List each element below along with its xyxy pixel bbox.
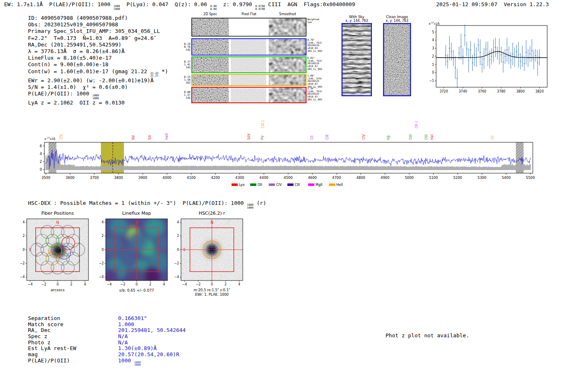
y-tick-label: 4 bbox=[40, 152, 42, 156]
spec2d-panel: 2D SpecPixel FlatSmoothed WeightedSum0.1… bbox=[183, 12, 331, 103]
table-row-label: Separation bbox=[28, 315, 118, 321]
cutout-title: Lineflux Map bbox=[122, 211, 151, 216]
strip-2dspec bbox=[192, 39, 229, 55]
emission-label: OII { bbox=[415, 121, 418, 128]
cutout-title: HSC(26.2) r bbox=[199, 211, 225, 216]
strip-pixelflat bbox=[231, 57, 266, 73]
x-tick-label: 4400 bbox=[260, 176, 269, 180]
strip-2dspec bbox=[192, 18, 229, 36]
y-tick-label: −4 bbox=[174, 275, 179, 279]
x-tick-label: 5200 bbox=[453, 176, 462, 180]
spec2d-row-right-labels: 0.79"(144, 763)20230125v019_03305_LL_083 bbox=[307, 38, 328, 53]
spec2d-row-strips bbox=[191, 18, 307, 37]
spec2d-row-left-labels: 0.190.76142 bbox=[183, 43, 191, 51]
info-line: Cont(w) = 1.60(±0.01)e-17 (gmag 21.22 21… bbox=[28, 68, 168, 77]
spec2d-column-header: Pixel Flat bbox=[242, 12, 256, 16]
clean-subtitle: x, y: 144, 763 bbox=[383, 19, 411, 23]
y-tick-label: 0 bbox=[177, 248, 179, 252]
cutout-image bbox=[181, 219, 243, 281]
info-line: LineFlux = 8.10(±5.40)e-17 bbox=[28, 55, 168, 61]
table-row: mag20.57(20.54,20.60)R bbox=[28, 351, 186, 357]
x-tick-label: −2 bbox=[42, 283, 46, 286]
emission-label: CII bbox=[491, 136, 495, 140]
x-tick-label: 3700 bbox=[90, 176, 99, 180]
x-tick-label: 0 bbox=[211, 283, 213, 286]
withsky-image bbox=[341, 23, 372, 97]
legend-swatch bbox=[287, 183, 293, 186]
y-tick-label: 0 bbox=[102, 248, 104, 252]
withsky-subtitle: x, y: 144, 763 bbox=[341, 19, 372, 23]
x-tick-label: 4000 bbox=[163, 176, 172, 180]
spec2d-row-strips bbox=[191, 87, 307, 103]
table-row-value: 20.57(20.54,20.60)R bbox=[118, 351, 179, 357]
y-tick-label: 2 bbox=[23, 234, 25, 238]
legend-swatch bbox=[250, 183, 256, 186]
x-tick-label: −2 bbox=[196, 283, 201, 286]
spec2d-row-left-labels: 0.171.41143 bbox=[183, 60, 191, 69]
stacked-fraction: 10001000 bbox=[247, 204, 253, 209]
strip-2dspec bbox=[192, 57, 229, 73]
spec2d-row: WeightedSum bbox=[183, 18, 331, 37]
line-fit-plot: 372037403760378038003820−1012345e-17x2Å bbox=[426, 20, 550, 99]
table-row-label: Spec z bbox=[28, 333, 118, 339]
stacked-fraction: 10001000 bbox=[134, 361, 141, 366]
table-row: Photo zN/A bbox=[28, 339, 186, 346]
table-row: RA, Dec201.259481, 50.542644 bbox=[28, 327, 186, 333]
x-tick-label: 2 bbox=[149, 283, 151, 286]
strip-2dspec bbox=[192, 87, 229, 103]
emission-label: SiIV bbox=[247, 133, 251, 140]
x-tick-label: 5300 bbox=[478, 176, 487, 180]
emission-label: Hγ bbox=[260, 135, 264, 140]
x-tick-label: 3820 bbox=[535, 90, 543, 93]
emission-line-labels: CIVNVSiIIHeIISiIVHγCIII {CIICIIICIVHβOII… bbox=[60, 120, 495, 140]
spec2d-row-strips bbox=[191, 38, 307, 56]
legend-swatch bbox=[329, 183, 335, 186]
emission-label: OIII bbox=[409, 135, 413, 140]
clean-stamp: Clean Image x, y: 144, 763 bbox=[383, 15, 411, 99]
emission-label: CIII { bbox=[261, 120, 265, 128]
x-axis: 3500360037003800390040004100420043004400… bbox=[42, 173, 535, 180]
x-tick-label: 3800 bbox=[114, 176, 123, 180]
y-tick-label: −2 bbox=[20, 262, 25, 265]
table-row-value: 201.259481, 50.542644 bbox=[118, 327, 186, 333]
y-tick-label: 2 bbox=[432, 55, 434, 58]
table-row-label: Photo z bbox=[28, 339, 118, 346]
info-line: Primary Spec_Slot_IFU_AMP: 305_034_056_L… bbox=[28, 28, 168, 35]
table-row-value: N/A bbox=[118, 339, 128, 346]
strip-2dspec bbox=[192, 74, 229, 86]
header-datetime-version: 2025-01-12 09:59:07 Version 1.22.3 bbox=[436, 1, 549, 10]
strip-pixelflat bbox=[231, 39, 266, 55]
emission-label: SiII bbox=[148, 135, 152, 140]
y-axis: −1012345 bbox=[429, 30, 436, 83]
table-row-value: 0.166301" bbox=[118, 315, 147, 321]
spec2d-row: 0.151.541621.00"(145, 579)20230125v019_0… bbox=[183, 74, 331, 86]
y-tick-label: −2 bbox=[174, 262, 179, 265]
east-label: E bbox=[108, 248, 111, 252]
legend-swatch bbox=[308, 183, 314, 186]
info-line: λ = 3776.13Å σ = 8.26(±4.86)Å bbox=[28, 48, 168, 55]
x-axis-label: arcsecs bbox=[51, 288, 65, 292]
y-tick-label: 2 bbox=[40, 160, 42, 164]
emission-label: CIII bbox=[325, 135, 329, 140]
x-tick-label: 3600 bbox=[66, 176, 75, 180]
spec2d-row: 0.190.761420.79"(144, 763)20230125v019_0… bbox=[183, 38, 331, 56]
emission-label: Hβ bbox=[387, 135, 390, 140]
x-tick-label: 0 bbox=[135, 283, 137, 286]
emission-label: CII bbox=[310, 136, 314, 140]
legend-label: Lyα bbox=[239, 183, 245, 187]
stacked-fraction: 0.97900.9790 bbox=[255, 5, 265, 10]
x-tick-label: 3800 bbox=[516, 90, 525, 93]
flux-unit-label: e-17x2Å bbox=[429, 21, 439, 26]
north-label: N bbox=[56, 220, 59, 225]
lineflux-map-cutout: Lineflux Map−4−4−2−2002244NEs/b: 0.65 +/… bbox=[93, 209, 172, 297]
x-tick-label: 4300 bbox=[235, 176, 244, 180]
strip-smoothed bbox=[269, 18, 306, 36]
match-table: Separation0.166301"Match score1.000RA, D… bbox=[28, 315, 186, 364]
flux-unit-label: e-17x2Å bbox=[44, 137, 55, 141]
emission-label: CIV bbox=[362, 134, 366, 140]
table-row-label: RA, Dec bbox=[28, 327, 118, 333]
x-tick-label: 3720 bbox=[439, 90, 448, 93]
table-row-value: 1.000 bbox=[118, 321, 134, 327]
spec2d-column-headers: 2D SpecPixel FlatSmoothed bbox=[183, 12, 331, 18]
info-line: Obs: 20230125v019_4090507988 bbox=[28, 21, 168, 28]
